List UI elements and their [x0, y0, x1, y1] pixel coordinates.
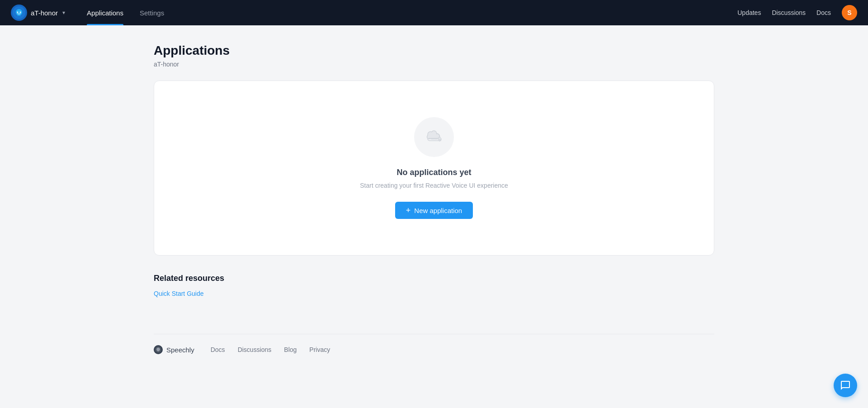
- empty-state-icon-container: [414, 117, 454, 157]
- nav-item-settings[interactable]: Settings: [132, 0, 171, 25]
- footer-brand-name: Speechly: [166, 346, 194, 354]
- brand-chevron-icon: ▾: [62, 9, 65, 16]
- nav-discussions-link[interactable]: Discussions: [772, 9, 806, 16]
- cloud-icon: [424, 127, 444, 147]
- main-nav: Applications Settings: [80, 0, 737, 25]
- empty-state-title: No applications yet: [396, 168, 471, 177]
- related-resources-section: Related resources Quick Start Guide: [154, 274, 714, 298]
- navbar: aT-honor ▾ Applications Settings Updates…: [0, 0, 868, 25]
- plus-icon: +: [406, 206, 411, 214]
- quick-start-guide-link[interactable]: Quick Start Guide: [154, 290, 204, 297]
- main-content: Applications aT-honor No applications ye…: [118, 25, 750, 392]
- nav-updates-link[interactable]: Updates: [737, 9, 761, 16]
- nav-item-applications[interactable]: Applications: [80, 0, 131, 25]
- page-footer: Speechly Docs Discussions Blog Privacy: [154, 334, 714, 365]
- empty-state-description: Start creating your first Reactive Voice…: [360, 182, 508, 189]
- footer-brand: Speechly: [154, 345, 194, 354]
- page-title: Applications: [154, 43, 714, 58]
- footer-privacy-link[interactable]: Privacy: [309, 346, 330, 353]
- related-resources-title: Related resources: [154, 274, 714, 283]
- page-subtitle: aT-honor: [154, 61, 714, 68]
- speechly-logo-icon: [11, 5, 27, 21]
- footer-speechly-logo-icon: [154, 345, 163, 354]
- navbar-right-section: Updates Discussions Docs S: [737, 5, 857, 20]
- new-application-button[interactable]: + New application: [395, 202, 473, 219]
- brand-name-text: aT-honor: [31, 9, 58, 17]
- svg-point-3: [20, 12, 21, 13]
- chat-widget-button[interactable]: [834, 374, 857, 397]
- nav-docs-link[interactable]: Docs: [816, 9, 831, 16]
- new-application-label: New application: [414, 207, 462, 214]
- empty-state-card: No applications yet Start creating your …: [154, 81, 714, 256]
- svg-point-2: [17, 12, 19, 13]
- footer-docs-link[interactable]: Docs: [211, 346, 225, 353]
- footer-blog-link[interactable]: Blog: [284, 346, 297, 353]
- brand-logo-area[interactable]: aT-honor ▾: [11, 5, 65, 21]
- chat-icon: [840, 380, 851, 391]
- user-avatar[interactable]: S: [842, 5, 857, 20]
- footer-discussions-link[interactable]: Discussions: [238, 346, 272, 353]
